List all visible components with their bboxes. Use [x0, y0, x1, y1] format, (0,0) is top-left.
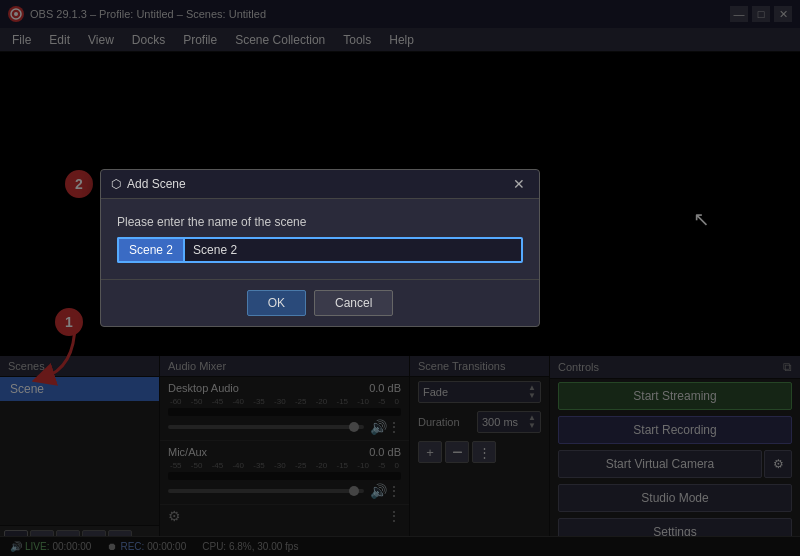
modal-body: Please enter the name of the scene Scene… — [101, 199, 539, 279]
modal-input-row: Scene 2 — [117, 237, 523, 263]
add-scene-modal: ⬡ Add Scene ✕ Please enter the name of t… — [100, 169, 540, 327]
modal-ok-button[interactable]: OK — [247, 290, 306, 316]
modal-title: ⬡ Add Scene — [111, 177, 186, 191]
modal-label: Please enter the name of the scene — [117, 215, 523, 229]
modal-footer: OK Cancel — [101, 279, 539, 326]
scene-name-tag: Scene 2 — [117, 237, 183, 263]
scene-name-input[interactable] — [183, 237, 523, 263]
modal-close-button[interactable]: ✕ — [509, 176, 529, 192]
modal-cancel-button[interactable]: Cancel — [314, 290, 393, 316]
modal-overlay: ⬡ Add Scene ✕ Please enter the name of t… — [0, 0, 800, 556]
modal-title-text: Add Scene — [127, 177, 186, 191]
modal-icon: ⬡ — [111, 177, 121, 191]
modal-title-bar: ⬡ Add Scene ✕ — [101, 170, 539, 199]
